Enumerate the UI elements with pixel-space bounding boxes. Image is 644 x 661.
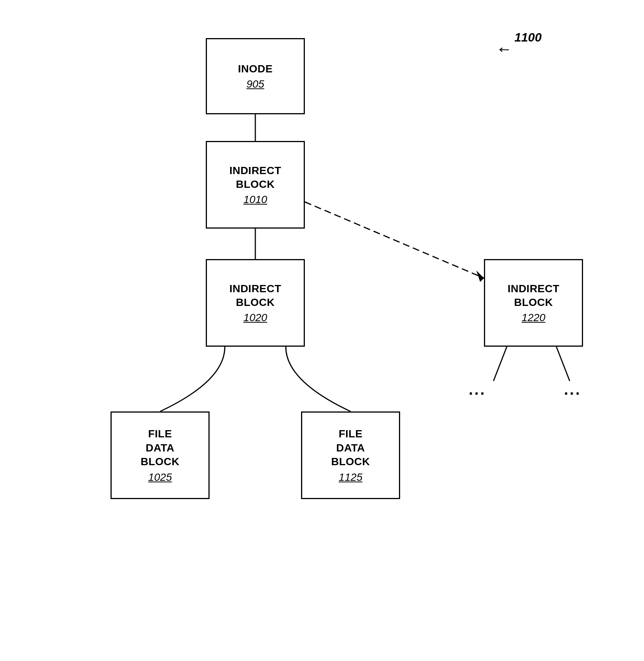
inode-id: 905 xyxy=(247,78,264,90)
dots-right: ... xyxy=(564,381,581,398)
svg-line-5 xyxy=(556,347,570,381)
diagram-container: 1100 ↙ INODE 905 INDIRECTBLOCK 1010 INDI… xyxy=(0,0,644,661)
inode-label: INODE xyxy=(238,62,272,76)
indirect-1020-id: 1020 xyxy=(244,312,267,324)
indirect-block-1020: INDIRECTBLOCK 1020 xyxy=(206,259,305,347)
svg-marker-3 xyxy=(476,270,484,282)
indirect-1220-label: INDIRECTBLOCK xyxy=(508,282,559,310)
file-data-1025-label: FILEDATABLOCK xyxy=(141,427,179,469)
file-data-1125-label: FILEDATABLOCK xyxy=(331,427,370,469)
diagram-reference-label: 1100 xyxy=(514,30,541,45)
indirect-block-1220: INDIRECTBLOCK 1220 xyxy=(484,259,583,347)
svg-line-2 xyxy=(305,202,484,278)
file-data-1025-id: 1025 xyxy=(148,471,172,483)
file-data-block-1125: FILEDATABLOCK 1125 xyxy=(301,411,400,499)
diagram-arrow: ↙ xyxy=(496,40,512,57)
dots-left: ... xyxy=(469,381,486,398)
svg-line-4 xyxy=(493,347,507,381)
indirect-1010-label: INDIRECTBLOCK xyxy=(229,164,281,192)
inode-block: INODE 905 xyxy=(206,38,305,114)
file-data-1125-id: 1125 xyxy=(339,471,362,483)
file-data-block-1025: FILEDATABLOCK 1025 xyxy=(111,411,210,499)
indirect-1220-id: 1220 xyxy=(522,312,545,324)
indirect-1010-id: 1010 xyxy=(244,194,267,206)
indirect-block-1010: INDIRECTBLOCK 1010 xyxy=(206,141,305,229)
indirect-1020-label: INDIRECTBLOCK xyxy=(229,282,281,310)
